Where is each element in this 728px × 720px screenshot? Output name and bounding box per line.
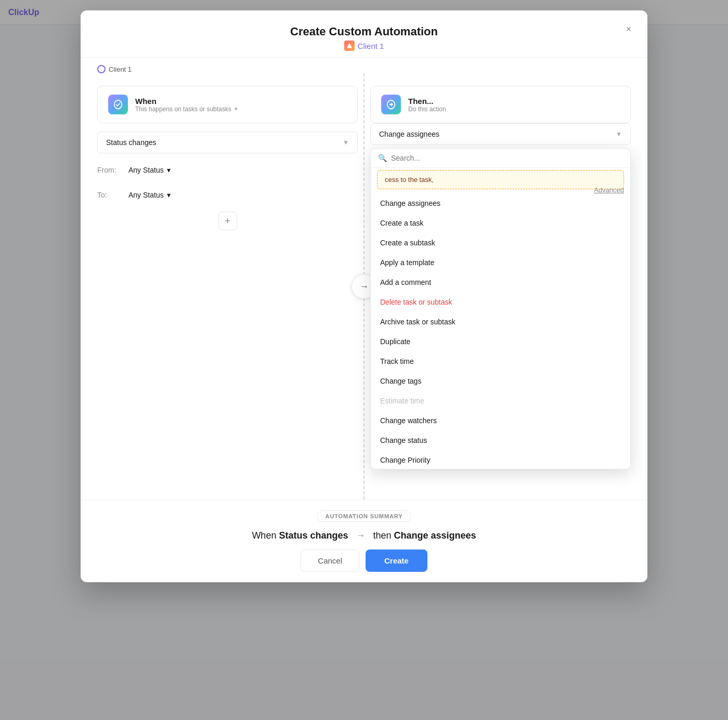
dropdown-item[interactable]: Change tags (371, 371, 630, 391)
dropdown-list: Change assigneesCreate a taskCreate a su… (371, 193, 630, 469)
summary-text: When Status changes → then Change assign… (252, 530, 476, 541)
modal-overlay: Create Custom Automation Client 1 × Clie… (0, 0, 728, 720)
trigger-select[interactable]: Status changes ▼ (97, 132, 358, 153)
footer-buttons: Cancel Create (301, 549, 427, 572)
when-column: When This happens on tasks or subtasks ▼… (97, 86, 358, 487)
then-subtitle: Do this action (408, 106, 446, 113)
when-title: When (135, 97, 239, 106)
dropdown-item[interactable]: Change watchers (371, 411, 630, 430)
to-label: To: (97, 191, 122, 199)
to-value-btn[interactable]: Any Status ▾ (128, 191, 171, 199)
dropdown-item[interactable]: Create a subtask (371, 233, 630, 253)
summary-trigger: Status changes (279, 530, 348, 541)
when-logo (108, 95, 128, 114)
dropdown-item[interactable]: Add a comment (371, 272, 630, 292)
when-subtitle: This happens on tasks or subtasks ▼ (135, 106, 239, 113)
create-button[interactable]: Create (366, 549, 427, 572)
add-trigger-button[interactable]: + (218, 212, 237, 230)
dropdown-item[interactable]: Change Priority (371, 450, 630, 469)
dropdown-search-bar: 🔍 (371, 149, 630, 168)
from-field-row: From: Any Status ▾ (97, 162, 358, 178)
search-input[interactable] (391, 154, 623, 162)
client-icon (344, 41, 355, 51)
modal: Create Custom Automation Client 1 × Clie… (81, 10, 647, 582)
context-label: Client 1 (81, 58, 647, 73)
then-logo (381, 95, 401, 114)
then-card: Then... Do this action (370, 86, 631, 123)
dropdown-item[interactable]: Apply a template (371, 253, 630, 272)
trigger-select-chevron: ▼ (343, 139, 349, 146)
then-column: Then... Do this action Change assignees … (370, 86, 631, 487)
close-button[interactable]: × (620, 21, 637, 37)
summary-badge: AUTOMATION SUMMARY (317, 510, 412, 522)
when-text: When This happens on tasks or subtasks ▼ (135, 97, 239, 113)
from-value-btn[interactable]: Any Status ▾ (128, 166, 171, 174)
action-select[interactable]: Change assignees ▼ (370, 123, 631, 145)
dropdown-item[interactable]: Archive task or subtask (371, 312, 630, 332)
to-field-row: To: Any Status ▾ (97, 187, 358, 203)
dropdown-item[interactable]: Delete task or subtask (371, 292, 630, 312)
advanced-link[interactable]: Advanced (594, 186, 624, 194)
summary-arrow: → (356, 530, 365, 541)
cancel-button[interactable]: Cancel (301, 549, 359, 572)
modal-header: Create Custom Automation Client 1 × (81, 10, 647, 58)
then-text: Then... Do this action (408, 97, 446, 113)
to-chevron: ▾ (167, 191, 171, 199)
then-title: Then... (408, 97, 446, 106)
dropdown-item[interactable]: Duplicate (371, 332, 630, 351)
modal-title: Create Custom Automation (97, 25, 631, 38)
dropdown-item: Estimate time (371, 391, 630, 411)
summary-when: When (252, 530, 276, 541)
summary-action: Change assignees (394, 530, 476, 541)
search-icon: 🔍 (378, 154, 387, 162)
from-chevron: ▾ (167, 166, 171, 174)
modal-footer: AUTOMATION SUMMARY When Status changes →… (81, 500, 647, 582)
when-card: When This happens on tasks or subtasks ▼ (97, 86, 358, 123)
dropdown-item[interactable]: Track time (371, 351, 630, 371)
summary-then: then (373, 530, 392, 541)
modal-subtitle: Client 1 (97, 41, 631, 51)
yellow-note: cess to the task, (377, 170, 624, 189)
context-text: Client 1 (109, 66, 132, 73)
from-label: From: (97, 166, 122, 174)
dropdown-item[interactable]: Change assignees (371, 193, 630, 213)
dropdown-item[interactable]: Change status (371, 430, 630, 450)
when-chevron: ▼ (233, 106, 239, 112)
dropdown-item[interactable]: Create a task (371, 213, 630, 233)
modal-subtitle-text: Client 1 (358, 42, 384, 50)
modal-body: → When This happens on tasks or (81, 73, 647, 500)
action-dropdown: Advanced 🔍 cess to the task, Change assi… (370, 148, 631, 469)
action-select-chevron: ▼ (616, 130, 622, 138)
context-icon (97, 65, 106, 73)
